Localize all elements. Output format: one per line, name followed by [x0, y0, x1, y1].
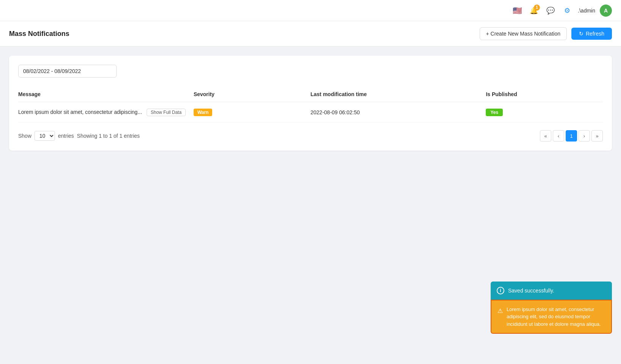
notifications-card: Message Sevority Last modification time …: [9, 56, 612, 151]
cell-message: Lorem ipsum dolor sit amet, consectetur …: [18, 108, 194, 116]
toast-warning: ⚠ Lorem ipsum dolor sit amet, consectetu…: [491, 300, 612, 334]
navbar-icons: 🇺🇸 🔔 1 💬 ⚙ .\admin A: [511, 5, 612, 17]
col-severity: Sevority: [194, 91, 311, 97]
cell-modification-time: 2022-08-09 06:02:50: [311, 109, 486, 115]
refresh-label: Refresh: [586, 31, 604, 37]
toast-success-message: Saved successfully.: [508, 288, 554, 294]
chat-icon[interactable]: 💬: [544, 5, 557, 17]
table-row: Lorem ipsum dolor sit amet, consectetur …: [18, 102, 603, 123]
main-content: Message Sevority Last modification time …: [0, 47, 621, 160]
show-entries: Show 10 25 50 entries Showing 1 to 1 of …: [18, 131, 140, 141]
show-label: Show: [18, 133, 31, 139]
admin-label: .\admin: [578, 8, 595, 14]
refresh-button[interactable]: ↻ Refresh: [571, 28, 612, 40]
page-last-button[interactable]: »: [591, 130, 603, 142]
toast-warning-icon: ⚠: [497, 306, 503, 316]
date-range-input[interactable]: [18, 65, 117, 78]
create-notification-button[interactable]: + Create New Mass Notification: [480, 27, 567, 40]
refresh-icon: ↻: [579, 31, 583, 37]
page-1-button[interactable]: 1: [566, 130, 577, 142]
published-badge: Yes: [486, 109, 503, 116]
col-last-modification: Last modification time: [311, 91, 486, 97]
toast-container: i Saved successfully. ⚠ Lorem ipsum dolo…: [491, 282, 612, 334]
message-text: Lorem ipsum dolor sit amet, consectetur …: [18, 109, 142, 115]
table-header: Message Sevority Last modification time …: [18, 87, 603, 102]
settings-icon[interactable]: ⚙: [561, 5, 573, 17]
toast-success: i Saved successfully.: [491, 282, 612, 300]
notification-icon[interactable]: 🔔 1: [528, 5, 540, 17]
pagination: « ‹ 1 › »: [540, 130, 603, 142]
page-title: Mass Notifications: [9, 30, 69, 38]
cell-severity: Warn: [194, 109, 311, 116]
entries-label: entries: [58, 133, 74, 139]
toast-info-icon: i: [497, 287, 504, 294]
cell-is-published: Yes: [486, 109, 603, 116]
page-next-button[interactable]: ›: [579, 130, 590, 142]
page-header: Mass Notifications + Create New Mass Not…: [0, 21, 621, 47]
page-prev-button[interactable]: ‹: [553, 130, 564, 142]
navbar: 🇺🇸 🔔 1 💬 ⚙ .\admin A: [0, 0, 621, 21]
flag-icon[interactable]: 🇺🇸: [511, 5, 523, 17]
show-full-data-button[interactable]: Show Full Data: [147, 109, 186, 116]
col-is-published: Is Published: [486, 91, 603, 97]
col-message: Message: [18, 91, 194, 97]
entries-select[interactable]: 10 25 50: [34, 131, 55, 141]
severity-badge: Warn: [194, 109, 213, 116]
header-actions: + Create New Mass Notification ↻ Refresh: [480, 27, 612, 40]
page-first-button[interactable]: «: [540, 130, 551, 142]
avatar[interactable]: A: [600, 5, 612, 17]
notification-badge: 1: [534, 5, 540, 11]
toast-warning-message: Lorem ipsum dolor sit amet, consectetur …: [507, 306, 605, 328]
entries-info: Showing 1 to 1 of 1 entries: [77, 133, 140, 139]
table-footer: Show 10 25 50 entries Showing 1 to 1 of …: [18, 130, 603, 142]
